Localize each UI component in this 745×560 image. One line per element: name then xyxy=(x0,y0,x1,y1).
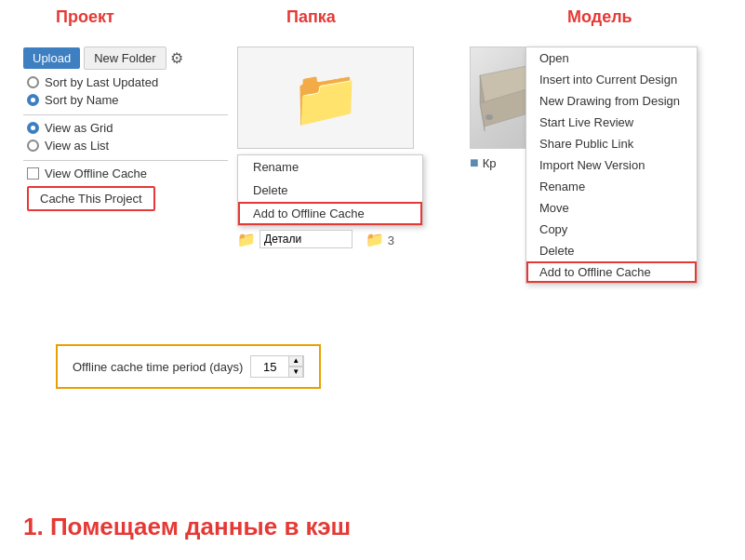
folder-name-input[interactable] xyxy=(259,230,353,248)
model-content-row: Open Insert into Current Design New Draw… xyxy=(470,47,730,149)
offline-days-input-group: ▲ ▼ xyxy=(250,355,304,378)
new-folder-button[interactable]: New Folder xyxy=(84,47,166,70)
view-list-label: View as List xyxy=(45,139,109,153)
folder-header: Папка xyxy=(286,7,336,27)
offline-cache-checkbox[interactable] xyxy=(27,167,39,180)
view-list-radio[interactable] xyxy=(27,140,39,152)
svg-point-4 xyxy=(486,114,493,120)
folder-second-partial: 📁 3 xyxy=(366,231,394,248)
model-delete-item[interactable]: Delete xyxy=(526,240,697,261)
view-grid-label: View as Grid xyxy=(45,121,113,135)
model-move-item[interactable]: Move xyxy=(526,197,697,219)
upload-button[interactable]: Upload xyxy=(23,47,80,69)
folder-thumbnail: 📁 xyxy=(237,47,414,149)
spinner-up-button[interactable]: ▲ xyxy=(288,355,303,367)
model-copy-item[interactable]: Copy xyxy=(526,219,697,240)
folder-rename-item[interactable]: Rename xyxy=(238,155,422,179)
model-context-menu: Open Insert into Current Design New Draw… xyxy=(525,47,698,284)
sort-by-name-label: Sort by Name xyxy=(45,93,118,107)
model-share-link-item[interactable]: Share Public Link xyxy=(526,133,697,154)
project-panel: Upload New Folder ⚙ Sort by Last Updated… xyxy=(23,47,228,211)
model-insert-item[interactable]: Insert into Current Design xyxy=(526,69,697,90)
cache-project-button[interactable]: Cache This Project xyxy=(27,186,155,211)
view-as-grid-option[interactable]: View as Grid xyxy=(27,121,228,135)
project-toolbar: Upload New Folder ⚙ xyxy=(23,47,228,70)
folder-icon-large: 📁 xyxy=(291,65,361,131)
model-live-review-item[interactable]: Start Live Review xyxy=(526,112,697,133)
view-offline-cache-option[interactable]: View Offline Cache xyxy=(23,167,228,180)
divider-1 xyxy=(23,114,228,115)
sort-options-group: Sort by Last Updated Sort by Name xyxy=(23,75,228,107)
model-panel: Open Insert into Current Design New Draw… xyxy=(470,47,730,171)
divider-2 xyxy=(23,160,228,161)
sort-by-name-option[interactable]: Sort by Name xyxy=(27,93,228,107)
offline-cache-section: Offline cache time period (days) ▲ ▼ xyxy=(56,344,321,389)
model-icon-small: ■ xyxy=(470,154,479,171)
view-options-group: View as Grid View as List xyxy=(23,121,228,153)
model-rename-item[interactable]: Rename xyxy=(526,176,697,197)
project-header: Проект xyxy=(56,7,114,27)
offline-days-input[interactable] xyxy=(251,358,288,376)
model-label-partial: Кр xyxy=(483,156,497,170)
view-as-list-option[interactable]: View as List xyxy=(27,139,228,153)
folder-label-row: 📁 📁 3 xyxy=(237,230,423,248)
model-drawing-item[interactable]: New Drawing from Design xyxy=(526,90,697,112)
folder-context-menu: Rename Delete Add to Offline Cache xyxy=(237,154,423,226)
folder-panel: 📁 Rename Delete Add to Offline Cache 📁 📁… xyxy=(237,47,423,248)
settings-icon[interactable]: ⚙ xyxy=(170,49,183,67)
folder-icon-small-2: 📁 xyxy=(366,232,384,247)
offline-cache-period-label: Offline cache time period (days) xyxy=(73,360,243,374)
bottom-heading: 1. Помещаем данные в кэш xyxy=(23,513,351,541)
folder-delete-item[interactable]: Delete xyxy=(238,179,422,202)
spinner-buttons: ▲ ▼ xyxy=(288,355,303,378)
sort-last-updated-label: Sort by Last Updated xyxy=(45,75,158,89)
spinner-down-button[interactable]: ▼ xyxy=(288,367,303,378)
offline-cache-label: View Offline Cache xyxy=(45,167,147,180)
sort-last-updated-radio[interactable] xyxy=(27,76,39,88)
model-open-item[interactable]: Open xyxy=(526,47,697,69)
model-add-offline-cache-item[interactable]: Add to Offline Cache xyxy=(526,261,697,283)
view-grid-radio[interactable] xyxy=(27,122,39,134)
sort-by-last-updated-option[interactable]: Sort by Last Updated xyxy=(27,75,228,89)
second-folder-label: 3 xyxy=(388,233,394,247)
model-import-version-item[interactable]: Import New Version xyxy=(526,154,697,176)
sort-by-name-radio[interactable] xyxy=(27,94,39,106)
folder-add-offline-cache-item[interactable]: Add to Offline Cache xyxy=(238,202,422,225)
model-header: Модель xyxy=(567,7,632,27)
folder-icon-small: 📁 xyxy=(237,231,256,248)
